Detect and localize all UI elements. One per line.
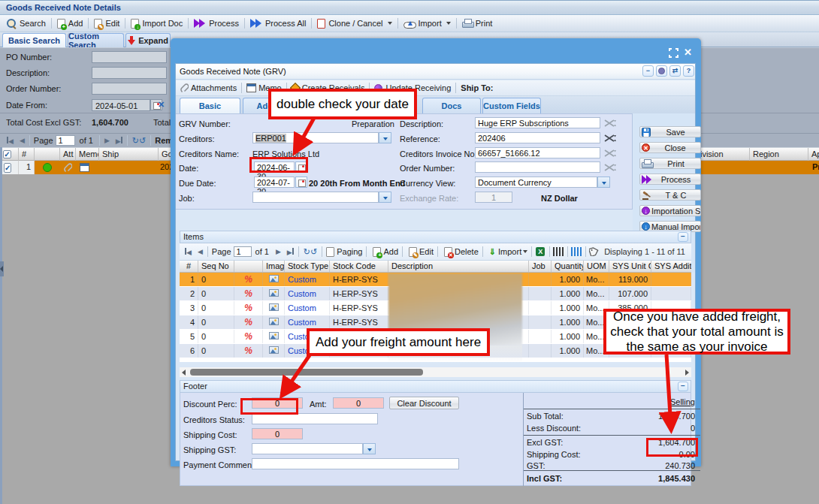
description-input[interactable] [92, 67, 167, 79]
date-from-clear-button[interactable]: ✕ [158, 100, 165, 110]
dialog-settings-button[interactable] [656, 65, 667, 77]
reference-shuffle-icon[interactable] [603, 132, 617, 144]
items-prev-page-icon[interactable]: ◀ [198, 248, 203, 255]
items-col-uom[interactable]: UOM [584, 261, 609, 272]
amt-input[interactable]: 0 [333, 397, 384, 409]
process-all-button[interactable]: Process All [246, 17, 310, 29]
col-status[interactable] [35, 148, 60, 161]
due-date-calendar-button[interactable] [295, 177, 307, 188]
order-number-input[interactable] [92, 83, 167, 95]
dialog-minimize-button[interactable]: − [642, 65, 654, 77]
process-button[interactable]: Process [190, 17, 243, 29]
tab-docs[interactable]: Docs [422, 98, 481, 113]
shipping-cost-input[interactable]: 0 [252, 428, 303, 439]
shipping-gst-dropdown-trigger[interactable] [363, 443, 376, 454]
currency-dropdown-trigger[interactable] [597, 177, 610, 188]
due-date-input[interactable]: 2024-07-20 [254, 177, 295, 188]
creditors-invoice-input[interactable]: 66657_51666.12 [475, 147, 600, 158]
items-add-button[interactable]: Add [383, 247, 398, 256]
col-approval[interactable]: Approval [808, 148, 819, 161]
paging-button[interactable]: Paging [337, 247, 362, 256]
invoice-shuffle-icon[interactable] [603, 147, 617, 159]
col-ship[interactable]: Ship [99, 148, 159, 161]
job-input[interactable] [252, 192, 379, 203]
barcode-icon[interactable] [553, 247, 564, 256]
items-hscrollbar[interactable] [180, 367, 691, 377]
items-edit-button[interactable]: Edit [419, 247, 434, 256]
items-col-job[interactable]: Job [529, 261, 552, 272]
prev-page-icon[interactable]: ◀ [20, 137, 25, 144]
print-button-dialog[interactable]: Print [639, 158, 701, 169]
items-col-stock-code[interactable]: Stock Code [330, 261, 388, 272]
items-collapse-button[interactable]: − [678, 232, 688, 242]
order-number-input[interactable] [475, 161, 600, 173]
tab-custom-fields[interactable]: Custom Fields [482, 98, 541, 113]
creditors-status-input[interactable] [252, 413, 378, 424]
tab-basic[interactable]: Basic [180, 98, 240, 113]
last-page-icon[interactable]: ▶ [116, 137, 122, 145]
payment-comment-input[interactable] [252, 458, 459, 469]
items-first-page-icon[interactable]: ◀ [185, 248, 192, 256]
clear-discount-button[interactable]: Clear Discount [389, 397, 459, 409]
page-number-input[interactable]: 1 [56, 135, 75, 146]
footer-collapse-button[interactable]: − [678, 382, 688, 391]
edit-button[interactable]: ✎ Edit [90, 17, 123, 30]
col-memo[interactable]: Memo [76, 148, 99, 161]
description-input[interactable]: Huge ERP Subscriptions [475, 117, 600, 128]
items-col-seq[interactable]: Seq No [198, 261, 234, 272]
tab-custom-search[interactable]: Custom Search [68, 33, 124, 47]
creditors-dropdown-trigger[interactable] [379, 132, 391, 143]
date-from-input[interactable]: 2024-05-01 [92, 99, 150, 111]
refresh-icon[interactable]: ↻↺ [132, 136, 146, 146]
next-page-icon[interactable]: ▶ [104, 137, 110, 144]
tab-basic-search[interactable]: Basic Search [2, 33, 66, 47]
attachments-button[interactable]: Attachments [191, 83, 237, 92]
items-page-input[interactable]: 1 [234, 246, 252, 257]
close-button[interactable]: ✕ Close [639, 142, 701, 153]
dialog-refresh-button[interactable]: ⇄ [669, 65, 681, 77]
first-page-icon[interactable]: ◀ [7, 137, 14, 145]
print-button[interactable]: Print [458, 17, 497, 29]
items-last-page-icon[interactable]: ▶ [287, 248, 294, 256]
save-button[interactable]: Save [639, 126, 701, 137]
items-delete-button[interactable]: Delete [455, 247, 479, 256]
items-col-stock-type[interactable]: Stock Type [285, 261, 330, 272]
expand-button[interactable]: Expand [125, 33, 171, 47]
dialog-maximize-button[interactable] [669, 48, 678, 58]
items-col-image[interactable]: Image [263, 261, 285, 272]
creditors-input[interactable]: ERP001 [252, 132, 379, 143]
panel-collapse-handle[interactable] [0, 261, 4, 276]
col-region[interactable]: Region [750, 148, 808, 161]
items-import-button[interactable]: Import [498, 247, 521, 256]
items-col-pct[interactable] [234, 261, 263, 272]
excel-export-icon[interactable]: X [536, 247, 545, 256]
col-att[interactable]: Att [60, 148, 76, 161]
left-panel-splitter[interactable] [0, 147, 2, 504]
dialog-close-button[interactable]: ✕ [684, 47, 692, 58]
items-refresh-icon[interactable]: ↻↺ [304, 247, 317, 257]
order-shuffle-icon[interactable] [603, 161, 617, 174]
import-button[interactable]: Import [400, 17, 455, 29]
currency-view-input[interactable]: Document Currency [475, 177, 597, 188]
job-dropdown-trigger[interactable] [379, 192, 391, 203]
items-col-quantity[interactable]: Quantity [552, 261, 584, 272]
row-checkbox[interactable]: ✓ [4, 163, 11, 173]
barcode-blue-icon[interactable] [571, 247, 582, 256]
import-doc-button[interactable]: ↓ Import Doc [127, 17, 186, 30]
reference-input[interactable]: 202406 [475, 132, 600, 143]
description-shuffle-icon[interactable] [603, 117, 617, 129]
col-num[interactable]: # [19, 148, 35, 161]
po-number-input[interactable] [92, 51, 167, 63]
items-col-description[interactable]: Description [388, 261, 529, 272]
shipping-gst-input[interactable] [252, 443, 363, 454]
dialog-help-button[interactable]: ? [683, 65, 694, 77]
items-col-unit-cost[interactable]: SYS Unit Cost [609, 261, 651, 272]
tc-button[interactable]: T & C [639, 189, 701, 201]
items-next-page-icon[interactable]: ▶ [276, 248, 281, 255]
tag-icon[interactable] [589, 247, 599, 256]
importation-split-button[interactable]: ↓ Importation Spl [639, 205, 701, 216]
col-select-all[interactable]: ✓ [0, 148, 19, 161]
process-button-dialog[interactable]: Process [639, 174, 701, 185]
search-button[interactable]: Search [3, 17, 50, 30]
items-col-num[interactable]: # [180, 261, 198, 272]
